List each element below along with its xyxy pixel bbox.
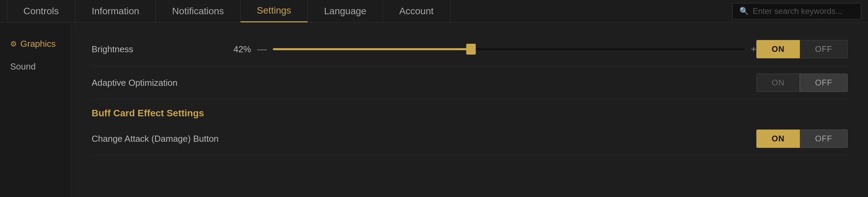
- adaptive-optimization-label: Adaptive Optimization: [92, 78, 227, 88]
- brightness-off-button[interactable]: OFF: [800, 40, 848, 58]
- adaptive-optimization-toggle-group: ON OFF: [756, 74, 848, 92]
- adaptive-optimization-on-button[interactable]: ON: [756, 74, 800, 92]
- brightness-slider-fill: [273, 48, 471, 50]
- brightness-slider-thumb[interactable]: [466, 44, 476, 55]
- sidebar-item-graphics[interactable]: ⚙ Graphics: [0, 33, 71, 55]
- graphics-icon: ⚙: [10, 40, 17, 48]
- brightness-slider-area: 42% — +: [227, 44, 756, 55]
- search-icon: 🔍: [739, 7, 749, 16]
- tab-language[interactable]: Language: [308, 0, 383, 22]
- tab-notifications[interactable]: Notifications: [156, 0, 241, 22]
- adaptive-optimization-row: Adaptive Optimization ON OFF: [92, 66, 848, 100]
- brightness-minus-icon[interactable]: —: [257, 44, 267, 55]
- search-box: 🔍: [732, 3, 861, 19]
- change-attack-on-button[interactable]: ON: [756, 130, 800, 148]
- change-attack-label: Change Attack (Damage) Button: [92, 134, 227, 144]
- brightness-slider-track[interactable]: [273, 48, 745, 50]
- tab-controls[interactable]: Controls: [7, 0, 75, 22]
- brightness-label: Brightness: [92, 44, 227, 55]
- brightness-plus-icon[interactable]: +: [751, 44, 756, 55]
- sidebar-label-graphics: Graphics: [20, 39, 56, 49]
- sidebar-label-sound: Sound: [10, 61, 36, 72]
- change-attack-row: Change Attack (Damage) Button ON OFF: [92, 122, 848, 156]
- tab-settings[interactable]: Settings: [241, 0, 308, 22]
- sidebar: ⚙ Graphics Sound: [0, 22, 71, 197]
- tab-information[interactable]: Information: [75, 0, 156, 22]
- top-nav: Controls Information Notifications Setti…: [0, 0, 868, 22]
- tab-account[interactable]: Account: [383, 0, 450, 22]
- brightness-row: Brightness 42% — + ON OFF: [92, 33, 848, 66]
- change-attack-toggle-group: ON OFF: [756, 130, 848, 148]
- brightness-value: 42%: [227, 44, 251, 55]
- main-layout: ⚙ Graphics Sound Brightness 42% — + ON O…: [0, 22, 868, 197]
- adaptive-optimization-off-button[interactable]: OFF: [800, 74, 848, 92]
- content-area: Brightness 42% — + ON OFF Adaptive Optim…: [71, 22, 868, 197]
- brightness-toggle-group: ON OFF: [756, 40, 848, 58]
- sidebar-item-sound[interactable]: Sound: [0, 55, 71, 78]
- change-attack-off-button[interactable]: OFF: [800, 130, 848, 148]
- buff-card-section-heading: Buff Card Effect Settings: [92, 100, 848, 122]
- search-input[interactable]: [753, 6, 854, 16]
- brightness-on-button[interactable]: ON: [756, 40, 800, 58]
